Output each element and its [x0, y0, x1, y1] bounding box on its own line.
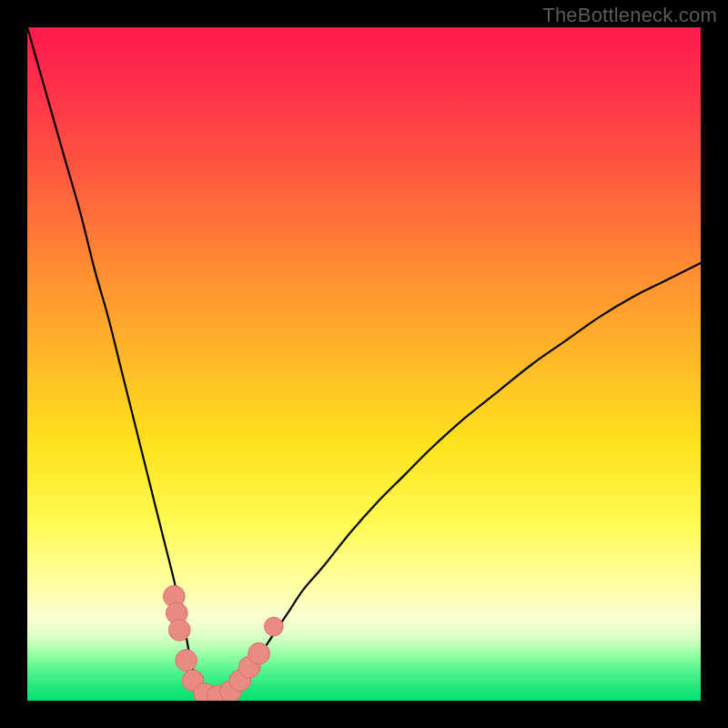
- curve-marker: [176, 650, 197, 672]
- curve-marker: [264, 617, 283, 636]
- marker-group: [163, 585, 283, 701]
- chart-frame: TheBottleneck.com: [0, 0, 728, 728]
- bottleneck-curve: [27, 27, 701, 698]
- curve-layer: [27, 27, 701, 701]
- curve-marker: [168, 619, 190, 641]
- curve-marker: [248, 642, 270, 664]
- watermark-text: TheBottleneck.com: [542, 4, 717, 27]
- plot-area: [27, 27, 701, 701]
